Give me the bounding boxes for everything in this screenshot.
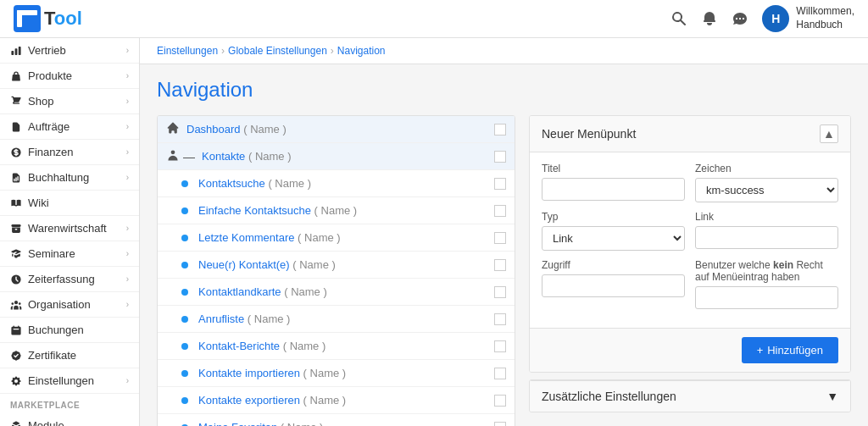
zusaetzliche-einstellungen-card: Zusätzliche Einstellungen ▼ (529, 379, 851, 412)
sidebar-item-vertrieb[interactable]: Vertrieb › (0, 38, 139, 64)
dot-landkarte (181, 289, 188, 296)
avatar: H (762, 5, 789, 32)
breadcrumb: Einstellungen › Globale Einstellungen › … (140, 38, 868, 64)
zusaetzliche-title: Zusätzliche Einstellungen (542, 390, 676, 403)
nav-item-kontaktlandkarte[interactable]: Kontaktlandkarte ( Name ) (158, 279, 515, 306)
sidebar-label-vertrieb: Vertrieb (28, 44, 66, 57)
marketplace-label: MARKETPLACE (0, 394, 139, 413)
nav-item-kontakte-exportieren[interactable]: Kontakte exportieren ( Name ) (158, 387, 515, 414)
nav-item-anrufliste[interactable]: Anrufliste ( Name ) (158, 306, 515, 333)
chevron-warenwirtschaft: › (126, 224, 129, 233)
nav-checkbox-dashboard[interactable] (494, 124, 506, 136)
chevron-buchhaltung: › (126, 173, 129, 182)
nav-label-letzte-kommentare: Letzte Kommentare ( Name ) (195, 231, 494, 244)
sidebar-item-buchhaltung[interactable]: Buchhaltung › (0, 165, 139, 191)
sidebar-label-seminare: Seminare (28, 247, 75, 260)
top-header: Tool H Willkommen, Handbuch (0, 0, 868, 38)
collapse-button[interactable]: ▲ (820, 124, 838, 143)
sidebar-item-finanzen[interactable]: Finanzen › (0, 140, 139, 165)
nav-item-einfache-kontaktsuche[interactable]: Einfache Kontaktsuche ( Name ) (158, 197, 515, 224)
sidebar-item-module[interactable]: Module (0, 413, 139, 426)
typ-select[interactable]: Link Gruppe Trennlinie (542, 226, 685, 251)
nav-checkbox-favoriten[interactable] (494, 422, 506, 427)
dot-einfache (181, 207, 188, 214)
logo-area: Tool (14, 5, 82, 32)
kein-recht-input[interactable] (695, 286, 838, 309)
sidebar-item-buchungen[interactable]: Buchungen (0, 318, 139, 343)
nav-item-kontakte[interactable]: — Kontakte ( Name ) (158, 143, 515, 170)
nav-checkbox-importieren[interactable] (494, 368, 506, 379)
nav-checkbox-berichte[interactable] (494, 340, 506, 352)
sidebar-label-organisation: Organisation (28, 298, 91, 311)
nav-checkbox-anrufliste[interactable] (494, 313, 506, 325)
sidebar-item-shop[interactable]: Shop › (0, 89, 139, 114)
nav-label-meine-favoriten: Meine Favoriten ( Name ) (195, 421, 494, 426)
nav-item-dashboard[interactable]: Dashboard ( Name ) (158, 116, 515, 143)
nav-checkbox-landkarte[interactable] (494, 286, 506, 298)
right-panel: Neuer Menüpunkt ▲ Titel (529, 115, 851, 412)
plus-icon-btn: + (757, 344, 764, 357)
chevron-finanzen: › (126, 147, 129, 157)
sidebar-label-warenwirtschaft: Warenwirtschaft (28, 222, 107, 235)
chat-icon[interactable] (732, 10, 748, 27)
breadcrumb-current: Navigation (337, 45, 386, 57)
neuer-menupunkt-card: Neuer Menüpunkt ▲ Titel (529, 115, 851, 373)
sidebar-item-wiki[interactable]: Wiki (0, 191, 139, 216)
titel-input[interactable] (542, 178, 685, 201)
sidebar-item-organisation[interactable]: Organisation › (0, 292, 139, 318)
produkte-icon (10, 70, 22, 82)
user-area[interactable]: H Willkommen, Handbuch (762, 5, 854, 32)
nav-checkbox-kontaktsuche[interactable] (494, 178, 506, 190)
typ-label: Typ (542, 211, 685, 223)
two-col-layout: Dashboard ( Name ) — Kontakte ( Name ) (157, 115, 851, 426)
nav-checkbox-neuer-kontakt[interactable] (494, 259, 506, 271)
chevron-seminare: › (126, 249, 129, 258)
sidebar-item-einstellungen[interactable]: Einstellungen › (0, 368, 139, 394)
form-group-kein-recht: Benutzer welche kein Recht auf Menüeintr… (695, 259, 838, 309)
breadcrumb-globale[interactable]: Globale Einstellungen (228, 45, 327, 57)
card-title-menupunkt: Neuer Menüpunkt (542, 127, 636, 141)
nav-checkbox-exportieren[interactable] (494, 395, 506, 407)
zeichen-select[interactable]: km-success (695, 178, 838, 202)
form-group-link: Link (695, 211, 838, 251)
btn-row-add: + Hinzufügen (530, 328, 850, 372)
header-right: H Willkommen, Handbuch (670, 5, 854, 32)
sidebar-item-auftraege[interactable]: Aufträge › (0, 114, 139, 140)
bell-icon[interactable] (701, 10, 718, 27)
breadcrumb-sep-1: › (221, 45, 225, 57)
nav-item-letzte-kommentare[interactable]: Letzte Kommentare ( Name ) (158, 224, 515, 252)
nav-label-kontaktlandkarte: Kontaktlandkarte ( Name ) (195, 285, 494, 298)
nav-checkbox-einfache[interactable] (494, 205, 506, 217)
nav-item-neuer-kontakt[interactable]: Neue(r) Kontakt(e) ( Name ) (158, 252, 515, 279)
nav-item-kontaktsuche[interactable]: Kontaktsuche ( Name ) (158, 170, 515, 197)
zusaetzliche-header[interactable]: Zusätzliche Einstellungen ▼ (530, 380, 850, 412)
zugriff-input[interactable] (542, 274, 685, 297)
sidebar-item-produkte[interactable]: Produkte › (0, 64, 139, 89)
sidebar-label-auftraege: Aufträge (28, 120, 70, 133)
search-icon[interactable] (670, 10, 687, 27)
nav-checkbox-kommentare[interactable] (494, 232, 506, 244)
minus-icon: — (183, 150, 195, 163)
hinzufuegen-button[interactable]: + Hinzufügen (742, 337, 838, 363)
nav-item-meine-favoriten[interactable]: Meine Favoriten ( Name ) (158, 414, 515, 426)
nav-item-kontakt-berichte[interactable]: Kontakt-Berichte ( Name ) (158, 333, 515, 360)
sidebar-item-zertifikate[interactable]: Zertifikate (0, 343, 139, 368)
nav-label-dashboard: Dashboard ( Name ) (183, 123, 494, 136)
link-input[interactable] (695, 226, 838, 249)
buchhaltung-icon (10, 172, 22, 184)
module-icon (10, 420, 22, 427)
page-title: Navigation (157, 78, 851, 102)
nav-label-kontakt-berichte: Kontakt-Berichte ( Name ) (195, 340, 494, 352)
nav-item-kontakte-importieren[interactable]: Kontakte importieren ( Name ) (158, 360, 515, 387)
expand-icon-zusatz: ▼ (826, 390, 838, 403)
nav-checkbox-kontakte[interactable] (494, 151, 506, 163)
sidebar: Vertrieb › Produkte › Shop › Aufträge › (0, 38, 140, 426)
sidebar-item-seminare[interactable]: Seminare › (0, 241, 139, 267)
chevron-shop: › (126, 97, 129, 106)
sidebar-item-zeiterfassung[interactable]: Zeiterfassung › (0, 267, 139, 292)
dot-berichte (181, 343, 188, 350)
seminare-icon (10, 248, 22, 260)
sidebar-item-warenwirtschaft[interactable]: Warenwirtschaft › (0, 216, 139, 241)
breadcrumb-einstellungen[interactable]: Einstellungen (157, 45, 218, 57)
kontakte-nav-icon (166, 148, 183, 164)
